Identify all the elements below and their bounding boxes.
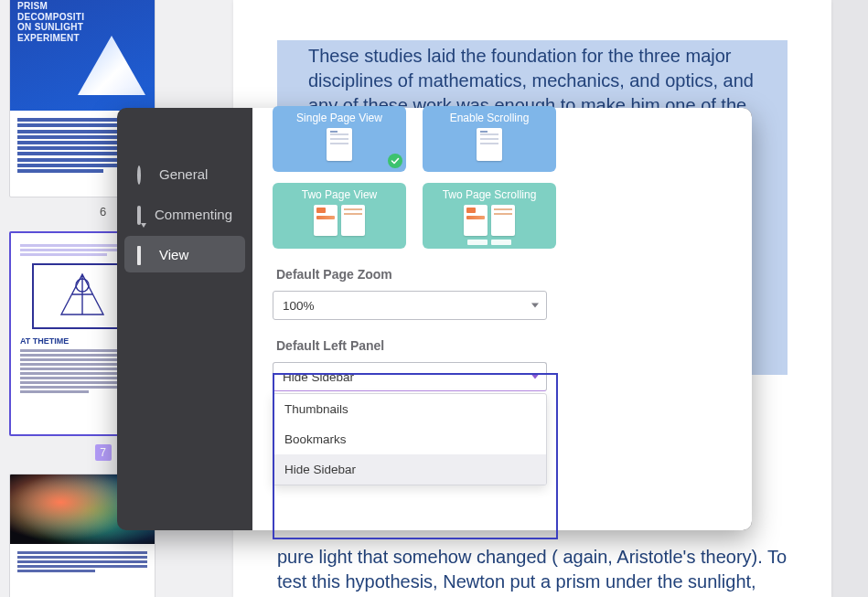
comment-icon [137, 208, 145, 220]
thumb-6-title-l3: ON SUNLIGHT [17, 22, 83, 32]
view-card-label: Two Page View [302, 188, 378, 201]
view-card-enable-scrolling[interactable]: Enable Scrolling [423, 106, 556, 172]
gear-icon [137, 167, 150, 180]
scrolling-page-icon [477, 128, 502, 161]
prism-illustration [78, 36, 145, 103]
zoom-select[interactable]: 100% [273, 291, 547, 320]
view-card-two-page[interactable]: Two Page View [273, 183, 406, 249]
dropdown-option-bookmarks[interactable]: Bookmarks [273, 424, 546, 454]
section-title-zoom: Default Page Zoom [276, 267, 732, 282]
thumb-6-title-l4: EXPERIMENT [17, 33, 80, 43]
zoom-select-value: 100% [283, 299, 315, 313]
page-view-grid: Single Page View Enable Scrolling Two Pa… [273, 106, 732, 249]
thumb-6-title-l1: PRISM [17, 1, 48, 11]
sidebar-label-general: General [159, 166, 208, 182]
view-card-label: Two Page Scrolling [443, 188, 537, 201]
dropdown-option-thumbnails[interactable]: Thumbnails [273, 394, 546, 424]
body-paragraph: pure light that somehow changed ( again,… [277, 545, 788, 597]
preferences-sidebar: General Commenting View [117, 108, 252, 530]
dropdown-option-hide-sidebar[interactable]: Hide Sidebar [273, 454, 546, 485]
single-page-icon [327, 128, 352, 161]
sidebar-label-view: View [159, 247, 188, 262]
view-card-label: Single Page View [296, 112, 382, 124]
chevron-down-icon [531, 304, 539, 308]
thumbnail-number-7: 7 [95, 444, 112, 461]
sidebar-label-commenting: Commenting [155, 207, 232, 222]
two-page-scroll-icon [464, 205, 515, 236]
left-panel-select[interactable]: Hide Sidebar [273, 362, 547, 391]
two-page-icon [314, 205, 365, 236]
view-card-single-page[interactable]: Single Page View [273, 106, 406, 172]
sidebar-item-commenting[interactable]: Commenting [124, 196, 245, 232]
sidebar-item-view[interactable]: View [124, 236, 245, 272]
view-card-label: Enable Scrolling [450, 112, 530, 124]
sidebar-item-general[interactable]: General [124, 155, 245, 192]
left-panel-select-value: Hide Sidebar [283, 370, 354, 384]
preferences-content: Single Page View Enable Scrolling Two Pa… [252, 108, 752, 530]
thumb-6-title-l2: DECOMPOSITI [17, 12, 84, 22]
view-card-two-page-scrolling[interactable]: Two Page Scrolling [423, 183, 556, 249]
section-title-left-panel: Default Left Panel [276, 338, 732, 353]
preferences-modal: General Commenting View Single Page View [117, 108, 752, 530]
left-panel-dropdown: Thumbnails Bookmarks Hide Sidebar [273, 393, 547, 485]
chevron-down-icon [531, 375, 539, 379]
selected-check-icon [388, 154, 402, 168]
view-icon [137, 248, 150, 261]
